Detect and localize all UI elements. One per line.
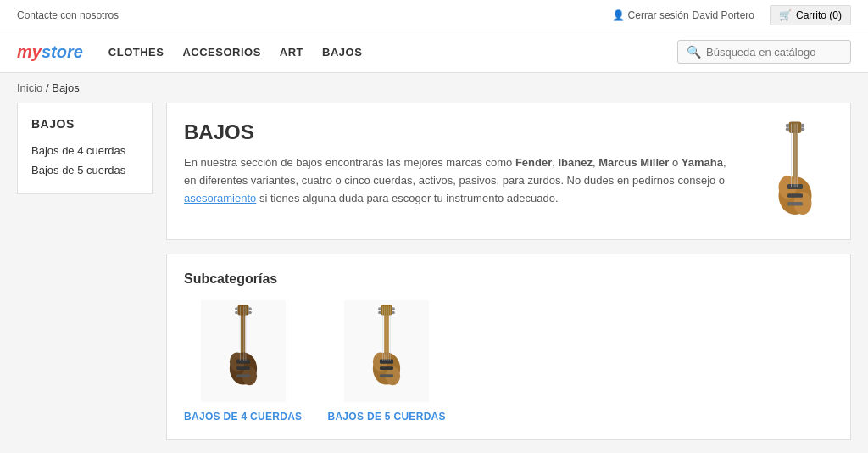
subcategories-section: Subcategorías — [166, 254, 851, 440]
nav-art[interactable]: ART — [280, 46, 303, 59]
main-nav: CLOTHES ACCESORIOS ART BAJOS — [108, 46, 652, 59]
subcategory-label-4cuerdas[interactable]: BAJOS DE 4 CUERDAS — [184, 411, 302, 422]
svg-rect-15 — [787, 202, 803, 206]
category-hero: BAJOS En nuestra sección de bajos encont… — [166, 103, 851, 240]
header-search[interactable]: 🔍 — [677, 40, 851, 64]
logo-store: store — [42, 42, 83, 62]
subcategory-label-5cuerdas[interactable]: BAJOS DE 5 CUERDAS — [327, 411, 445, 422]
logo-my: my — [17, 42, 42, 62]
subcategory-grid: BAJOS DE 4 CUERDAS — [184, 300, 833, 422]
breadcrumb-current: Bajos — [52, 81, 80, 94]
svg-point-4 — [801, 124, 805, 128]
cart-label: Carrito (0) — [796, 9, 842, 21]
user-icon: 👤 — [612, 9, 625, 21]
bass-4-svg — [214, 305, 273, 398]
svg-point-2 — [786, 124, 790, 128]
subcategory-5cuerdas[interactable]: BAJOS DE 5 CUERDAS — [327, 300, 445, 422]
subcategory-4cuerdas[interactable]: BAJOS DE 4 CUERDAS — [184, 300, 302, 422]
sidebar: BAJOS Bajos de 4 cuerdas Bajos de 5 cuer… — [17, 103, 153, 194]
svg-point-34 — [378, 307, 381, 310]
nav-accesorios[interactable]: ACCESORIOS — [182, 46, 260, 59]
svg-rect-10 — [787, 193, 803, 198]
breadcrumb-home[interactable]: Inicio — [17, 81, 42, 94]
logo[interactable]: my store — [17, 42, 83, 62]
svg-rect-26 — [236, 366, 250, 370]
content-area: BAJOS En nuestra sección de bajos encont… — [166, 103, 851, 453]
svg-rect-25 — [236, 360, 250, 364]
svg-point-3 — [786, 127, 790, 131]
svg-point-36 — [392, 307, 395, 310]
svg-rect-31 — [236, 374, 250, 378]
svg-rect-17 — [237, 305, 248, 316]
user-info: 👤 Cerrar sesión David Portero — [612, 9, 754, 21]
header: my store CLOTHES ACCESORIOS ART BAJOS 🔍 — [0, 31, 868, 73]
contact-text: Contacte con nosotros — [17, 9, 119, 21]
asesoramiento-link[interactable]: asesoramiento — [184, 192, 256, 204]
top-bar-right: 👤 Cerrar sesión David Portero 🛒 Carrito … — [612, 5, 851, 25]
search-input[interactable] — [706, 46, 842, 59]
svg-point-37 — [392, 311, 395, 315]
sidebar-link-5cuerdas[interactable]: Bajos de 5 cuerdas — [31, 160, 138, 180]
search-icon: 🔍 — [687, 45, 701, 59]
nav-bajos[interactable]: BAJOS — [322, 46, 362, 59]
category-description: En nuestra sección de bajos encontrarás … — [184, 154, 740, 207]
nav-clothes[interactable]: CLOTHES — [108, 46, 164, 59]
brand-marcus: Marcus Miller — [598, 156, 669, 169]
sidebar-title: BAJOS — [31, 117, 138, 131]
category-title: BAJOS — [184, 120, 740, 144]
svg-point-5 — [801, 127, 805, 131]
bass-guitar-svg — [761, 120, 829, 222]
brand-fender: Fender — [515, 156, 552, 169]
svg-point-35 — [378, 311, 381, 315]
category-hero-image — [757, 120, 833, 222]
svg-rect-48 — [380, 374, 393, 378]
cart-button[interactable]: 🛒 Carrito (0) — [770, 5, 851, 25]
svg-point-20 — [248, 307, 252, 310]
brand-ibanez: Ibanez — [559, 156, 593, 169]
bass-5-svg — [357, 305, 416, 398]
svg-point-19 — [235, 311, 238, 315]
brand-yamaha: Yamaha — [682, 156, 723, 169]
svg-point-21 — [248, 311, 252, 315]
subcategory-image-5cuerdas — [344, 300, 429, 402]
svg-rect-42 — [380, 366, 393, 370]
user-name: David Portero — [693, 9, 754, 21]
cerrar-sesion[interactable]: Cerrar sesión — [628, 9, 689, 21]
subcategories-title: Subcategorías — [184, 271, 833, 287]
cart-icon: 🛒 — [779, 9, 792, 21]
top-bar: Contacte con nosotros 👤 Cerrar sesión Da… — [0, 0, 868, 31]
svg-point-18 — [235, 307, 238, 310]
category-hero-text: BAJOS En nuestra sección de bajos encont… — [184, 120, 740, 207]
sidebar-link-4cuerdas[interactable]: Bajos de 4 cuerdas — [31, 141, 138, 160]
subcategory-image-4cuerdas — [201, 300, 286, 402]
main-content: BAJOS Bajos de 4 cuerdas Bajos de 5 cuer… — [0, 103, 868, 453]
breadcrumb: Inicio / Bajos — [0, 73, 868, 103]
